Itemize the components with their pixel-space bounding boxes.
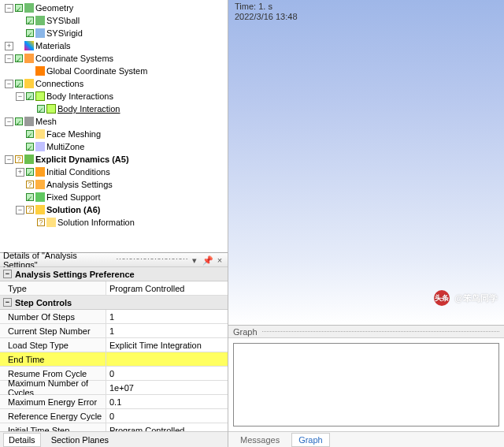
tree-item-initial-conditions[interactable]: +Initial Conditions	[14, 166, 228, 178]
body-interaction-icon	[46, 104, 56, 114]
details-value[interactable]: Program Controlled	[106, 281, 228, 295]
tree-item-face-meshing[interactable]: Face Meshing	[14, 128, 228, 140]
details-value[interactable]: 1e+07	[106, 381, 228, 394]
left-bottom-tabs: Details Section Planes	[0, 431, 228, 447]
details-row[interactable]: Current Step Number1	[0, 324, 228, 338]
details-section[interactable]: −Step Controls	[0, 296, 228, 310]
check-icon	[26, 193, 34, 201]
outline-tree[interactable]: −Geometry SYS\ball SYS\rigid +Materials …	[0, 0, 228, 252]
pin-icon[interactable]: 📌	[202, 255, 212, 265]
tree-item-geometry[interactable]: −Geometry	[3, 2, 228, 14]
tree-item-sys-rigid[interactable]: SYS\rigid	[14, 27, 228, 39]
analysis-settings-icon	[35, 180, 45, 189]
question-icon	[26, 206, 34, 214]
graph-title-bar[interactable]: Graph	[228, 326, 504, 338]
body-icon	[35, 28, 45, 38]
details-label: Maximum Number of Cycles	[0, 381, 106, 394]
details-value[interactable]: 0	[106, 409, 228, 423]
check-icon	[37, 105, 45, 113]
details-label: Load Step Type	[0, 338, 106, 352]
details-label: Initial Time Step	[0, 423, 106, 431]
tree-item-fixed-support[interactable]: Fixed Support	[14, 191, 228, 203]
solution-icon	[35, 205, 45, 214]
details-row[interactable]: Initial Time StepProgram Controlled	[0, 423, 228, 431]
details-value[interactable]: Program Controlled	[106, 423, 228, 431]
tree-item-analysis-settings[interactable]: Analysis Settings	[14, 178, 228, 191]
geometry-icon	[24, 3, 34, 13]
viewport[interactable]: Time: 1. s 2022/3/16 13:48 头条 @笨鸟同学	[228, 0, 504, 325]
tree-item-body-interactions[interactable]: −Body Interactions	[14, 90, 228, 102]
details-value[interactable]	[106, 352, 228, 366]
details-label: Type	[0, 281, 106, 295]
details-section[interactable]: −Analysis Settings Preference	[0, 267, 228, 281]
tab-section-planes[interactable]: Section Planes	[46, 433, 114, 447]
details-value[interactable]: 0.1	[106, 395, 228, 408]
tab-details[interactable]: Details	[3, 433, 41, 447]
graph-plot[interactable]	[233, 343, 499, 427]
details-value[interactable]: 1	[106, 324, 228, 337]
tree-item-global-cs[interactable]: Global Coordinate System	[14, 65, 228, 77]
question-icon	[37, 218, 45, 226]
tree-item-solution[interactable]: −Solution (A6)	[14, 203, 228, 216]
check-icon	[26, 17, 34, 24]
tree-item-multizone[interactable]: MultiZone	[14, 140, 228, 153]
details-title-text: Details of "Analysis Settings"	[3, 251, 113, 270]
details-row[interactable]: TypeProgram Controlled	[0, 281, 228, 296]
materials-icon	[24, 41, 34, 50]
details-row[interactable]: Reference Energy Cycle0	[0, 409, 228, 423]
mesh-icon	[24, 117, 34, 126]
tree-item-solution-info[interactable]: Solution Information	[25, 216, 228, 229]
check-icon	[26, 143, 34, 151]
fixed-support-icon	[35, 192, 45, 202]
details-grid[interactable]: −Analysis Settings PreferenceTypeProgram…	[0, 267, 228, 431]
tab-messages[interactable]: Messages	[233, 433, 287, 447]
graph-panel: Graph Messages Graph	[228, 325, 504, 447]
body-icon	[35, 16, 45, 25]
details-label: Current Step Number	[0, 324, 106, 337]
details-row[interactable]: End Time	[0, 352, 228, 367]
tree-item-sys-ball[interactable]: SYS\ball	[14, 14, 228, 27]
tab-graph[interactable]: Graph	[291, 433, 330, 447]
right-bottom-tabs: Messages Graph	[228, 431, 504, 447]
watermark: 头条 @笨鸟同学	[434, 290, 498, 306]
viewport-info: Time: 1. s 2022/3/16 13:48	[235, 2, 298, 22]
details-label: Reference Energy Cycle	[0, 409, 106, 423]
global-cs-icon	[35, 66, 45, 76]
solution-info-icon	[46, 218, 56, 227]
tree-item-coord-systems[interactable]: −Coordinate Systems	[3, 52, 228, 65]
close-icon[interactable]: ×	[215, 255, 224, 265]
tree-item-explicit-dynamics[interactable]: −Explicit Dynamics (A5)	[3, 153, 228, 166]
details-value[interactable]: Explicit Time Integration	[106, 338, 228, 352]
details-value[interactable]: 0	[106, 367, 228, 380]
check-icon	[26, 29, 34, 37]
details-value[interactable]: 1	[106, 310, 228, 323]
dropdown-icon[interactable]: ▾	[190, 255, 199, 265]
multizone-icon	[35, 142, 45, 151]
details-row[interactable]: Number Of Steps1	[0, 310, 228, 324]
watermark-badge-icon: 头条	[434, 290, 450, 306]
details-row[interactable]: Maximum Number of Cycles1e+07	[0, 381, 228, 395]
check-icon	[26, 92, 34, 100]
explicit-dynamics-icon	[24, 155, 34, 164]
details-panel: Details of "Analysis Settings" ⋯⋯⋯⋯⋯⋯⋯⋯⋯…	[0, 252, 228, 431]
check-icon	[26, 168, 34, 176]
details-title-bar[interactable]: Details of "Analysis Settings" ⋯⋯⋯⋯⋯⋯⋯⋯⋯…	[0, 253, 228, 267]
details-row[interactable]: Load Step TypeExplicit Time Integration	[0, 338, 228, 352]
tree-item-body-interaction[interactable]: Body Interaction	[25, 102, 228, 115]
face-meshing-icon	[35, 129, 45, 139]
connections-icon	[24, 79, 34, 88]
question-icon	[15, 155, 23, 163]
details-label: Maximum Energy Error	[0, 395, 106, 408]
details-label: End Time	[0, 352, 106, 366]
body-interactions-icon	[35, 91, 45, 101]
check-icon	[26, 130, 34, 138]
details-row[interactable]: Maximum Energy Error0.1	[0, 395, 228, 409]
tree-item-materials[interactable]: +Materials	[3, 39, 228, 52]
tree-item-connections[interactable]: −Connections	[3, 77, 228, 90]
initial-conditions-icon	[35, 167, 45, 177]
tree-item-mesh[interactable]: −Mesh	[3, 115, 228, 128]
check-icon	[15, 54, 23, 62]
coord-systems-icon	[24, 54, 34, 63]
check-icon	[15, 117, 23, 125]
check-icon	[15, 4, 23, 12]
